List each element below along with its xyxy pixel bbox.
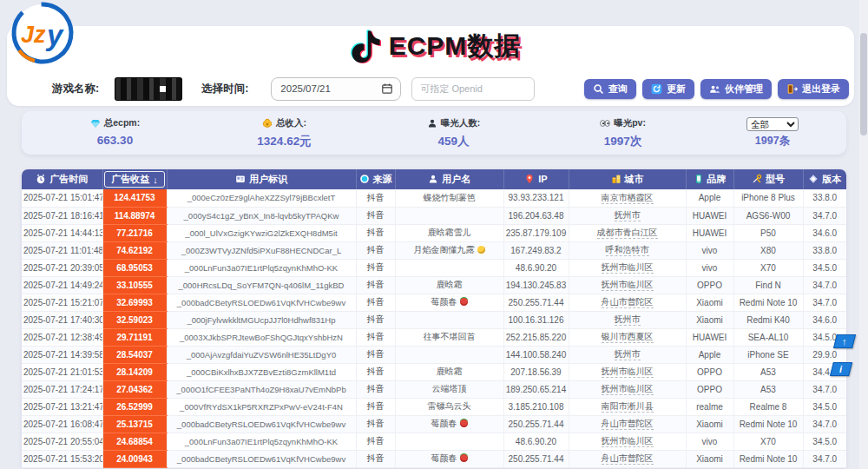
cell-ad-time: 2025-07-21 20:55:04 bbox=[22, 433, 102, 450]
cell-user-id: _000O1fCFEE3PaNTh4oZ9H8xaU7vEmNbPb bbox=[167, 380, 356, 398]
douyin-source-tag: 抖音 bbox=[367, 436, 385, 446]
cell-brand: OPPO bbox=[686, 276, 733, 294]
stat-total-income-label: 总收入: bbox=[262, 117, 306, 129]
strawberry-emoji bbox=[460, 419, 468, 427]
sort-desc-icon: ↓ bbox=[153, 175, 158, 185]
cell-username: 蝶烧竹制薯笆 bbox=[395, 189, 503, 207]
col-user-id: 用户标识 bbox=[167, 169, 356, 189]
table-row: 2025-07-21 20:55:0424.68854_000LnFun3a07… bbox=[22, 433, 846, 450]
username-text: 莓颜春 bbox=[431, 453, 457, 463]
query-button[interactable]: 查询 bbox=[584, 79, 636, 99]
info-float-button[interactable]: i bbox=[830, 362, 852, 376]
date-picker[interactable] bbox=[271, 77, 401, 101]
city-link[interactable]: 抚州市临川区 bbox=[602, 280, 654, 291]
city-link[interactable]: 抚州市临川区 bbox=[602, 262, 654, 274]
cell-username bbox=[395, 259, 503, 276]
city-link[interactable]: 抚州市 bbox=[615, 349, 641, 360]
refresh-button[interactable]: 更新 bbox=[642, 79, 694, 99]
table-row: 2025-07-21 14:49:2433.10555_000HRcsLDq_S… bbox=[22, 276, 846, 294]
douyin-source-tag: 抖音 bbox=[367, 401, 385, 411]
cell-user-id: _000jFylvwkkltMGUcpJJ7l0Hdhwf831Hp bbox=[167, 311, 356, 328]
douyin-source-tag: 抖音 bbox=[367, 367, 385, 376]
cell-version: 34.5.0 bbox=[803, 433, 846, 450]
logout-button[interactable]: 退出登录 bbox=[778, 79, 849, 99]
col-ad-revenue-label: 广告收益 bbox=[111, 173, 149, 186]
city-link[interactable]: 抚州市 bbox=[615, 314, 641, 326]
id-icon bbox=[235, 174, 246, 184]
cell-user-id: _000l_UlVxGzigKYwziG2lZkEXQH8dM5it bbox=[167, 224, 356, 241]
logout-icon bbox=[786, 83, 798, 95]
cell-ip: 252.215.85.220 bbox=[503, 328, 569, 346]
cell-model: SEA-AL10 bbox=[733, 328, 803, 346]
cell-city: 成都市青白江区 bbox=[569, 224, 686, 241]
city-link[interactable]: 呼和浩特市 bbox=[606, 245, 649, 256]
cell-username bbox=[395, 346, 503, 363]
cell-source: 抖音 bbox=[356, 398, 395, 415]
city-icon bbox=[611, 174, 621, 184]
col-ad-revenue[interactable]: 广告收益↓ bbox=[102, 169, 167, 189]
city-link[interactable]: 舟山市普陀区 bbox=[602, 297, 654, 308]
cell-source: 抖音 bbox=[356, 189, 395, 207]
city-link[interactable]: 南京市栖霞区 bbox=[602, 193, 654, 204]
city-link[interactable]: 抚州市临川区 bbox=[602, 384, 654, 395]
city-link[interactable]: 抚州市临川区 bbox=[602, 367, 654, 378]
cell-ad-revenue: 24.68854 bbox=[102, 433, 167, 450]
filter-select[interactable]: 全部 bbox=[746, 117, 799, 131]
cell-ad-time: 2025-07-21 14:49:24 bbox=[22, 276, 102, 294]
calendar-icon[interactable] bbox=[381, 83, 393, 95]
cell-city: 南阳市淅川县 bbox=[569, 398, 686, 415]
cell-brand: Xiaomi bbox=[686, 415, 733, 433]
col-model: 型号 bbox=[733, 169, 803, 189]
city-link[interactable]: 舟山市普陀区 bbox=[602, 453, 654, 465]
cell-city: 南京市栖霞区 bbox=[569, 189, 686, 207]
cell-user-id: _000Z3WTVyJZNfd5iPXuF88HECNDCar_L bbox=[167, 241, 356, 259]
openid-input[interactable] bbox=[411, 77, 535, 101]
username-text: 鹿晗霜 bbox=[437, 367, 463, 376]
cell-username: 雷镖乌云头 bbox=[395, 398, 503, 415]
partner-manage-button[interactable]: 伙伴管理 bbox=[700, 79, 772, 99]
douyin-source-tag: 抖音 bbox=[367, 245, 385, 254]
cell-ip: 196.204.63.48 bbox=[503, 207, 569, 224]
scrollbar-thumb[interactable] bbox=[860, 33, 867, 135]
phone-icon bbox=[694, 174, 704, 184]
city-link[interactable]: 成都市青白江区 bbox=[597, 228, 658, 239]
username-text: 蝶烧竹制薯笆 bbox=[424, 193, 476, 202]
cell-model: Redmi Note 10 bbox=[733, 415, 803, 433]
cell-model: P50 bbox=[733, 224, 803, 241]
col-username-label: 用户名 bbox=[442, 173, 470, 186]
table-row: 2025-07-21 17:40:3032.59023_000jFylvwkkl… bbox=[22, 311, 846, 328]
page-scrollbar[interactable] bbox=[859, 0, 868, 469]
partner-manage-button-label: 伙伴管理 bbox=[725, 83, 763, 96]
city-link[interactable]: 银川市西夏区 bbox=[602, 332, 654, 343]
cell-ip: 250.255.71.44 bbox=[503, 450, 569, 467]
city-link[interactable]: 抚州市 bbox=[615, 210, 641, 221]
col-ip: IP bbox=[503, 169, 569, 189]
cell-ip: 3.185.210.108 bbox=[503, 398, 569, 415]
username-text: 莓颜春 bbox=[431, 419, 457, 428]
cell-user-id: _000eCz0zEz9glAheXZZSyl79jBBcxletT bbox=[167, 189, 356, 207]
jzy-logo: Jz y bbox=[9, 0, 76, 68]
cell-ad-revenue: 68.95053 bbox=[102, 259, 167, 276]
cell-city: 抚州市临川区 bbox=[569, 433, 686, 450]
date-input[interactable] bbox=[280, 83, 381, 94]
cell-source: 抖音 bbox=[356, 363, 395, 380]
cell-user-id: _000LnFun3a07IE1rtPlq5zqynKhMhO-KK bbox=[167, 433, 356, 450]
table-body: 2025-07-21 15:01:47124.41753_000eCz0zEz9… bbox=[22, 189, 846, 467]
city-link[interactable]: 舟山市普陀区 bbox=[602, 419, 654, 430]
cell-ad-revenue: 27.04362 bbox=[102, 380, 167, 398]
table-row: 2025-07-21 11:01:4874.62192_000Z3WTVyJZN… bbox=[22, 241, 846, 259]
pin-icon bbox=[524, 174, 535, 184]
douyin-source-tag: 抖音 bbox=[367, 280, 385, 289]
douyin-source-tag: 抖音 bbox=[367, 262, 385, 272]
cell-model: X70 bbox=[733, 259, 803, 276]
strawberry-emoji bbox=[460, 454, 468, 462]
cell-model: X70 bbox=[733, 433, 803, 450]
cell-model: Redmi Note 10 bbox=[733, 294, 803, 311]
cell-source: 抖音 bbox=[356, 433, 395, 450]
cell-version: 34.7.0 bbox=[803, 207, 846, 224]
city-link[interactable]: 南阳市淅川县 bbox=[602, 401, 654, 413]
back-to-top-button[interactable]: ↑ bbox=[833, 334, 856, 348]
ecpm-table-wrap: 广告时间广告收益↓用户标识来源用户名IP城市品牌型号版本 2025-07-21 … bbox=[22, 169, 846, 468]
city-link[interactable]: 抚州市临川区 bbox=[602, 436, 654, 447]
cell-city: 舟山市普陀区 bbox=[569, 415, 686, 433]
